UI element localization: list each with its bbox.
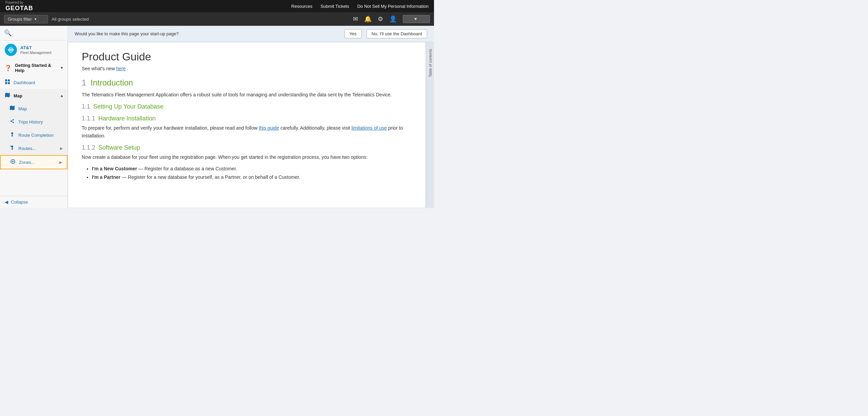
routes-label: Routes... — [18, 146, 57, 151]
filter-bar-right: ✉ 🔔 ⚙ 👤 ▼ — [353, 15, 430, 23]
groups-filter-arrow-icon: ▼ — [34, 17, 37, 21]
doc-section-1-1-1-heading: 1.1.1 Hardware Installation — [82, 115, 412, 122]
sidebar-item-map[interactable]: Map — [0, 102, 67, 115]
list-item: I'm a Partner — Register for a new datab… — [92, 173, 412, 182]
svg-rect-6 — [5, 82, 7, 84]
trips-history-label: Trips History — [18, 119, 63, 125]
svg-rect-4 — [5, 79, 7, 81]
svg-point-3 — [10, 49, 12, 51]
filter-bar: Groups filter ▼ All groups selected ✉ 🔔 … — [0, 12, 434, 26]
groups-filter-button[interactable]: Groups filter ▼ — [4, 15, 48, 23]
sidebar-item-trips-history[interactable]: Trips History — [0, 115, 67, 129]
groups-filter-label: Groups filter — [8, 17, 32, 22]
collapse-label: Collapse — [11, 200, 28, 205]
route-completion-icon — [9, 132, 15, 138]
all-groups-text: All groups selected — [52, 17, 350, 22]
user-dropdown-arrow-icon: ▼ — [414, 17, 418, 21]
envelope-icon[interactable]: ✉ — [353, 15, 358, 23]
svg-rect-7 — [8, 82, 10, 84]
startup-yes-button[interactable]: Yes — [344, 29, 362, 38]
svg-point-17 — [11, 146, 12, 147]
top-bar: Powered by GEOTAB Resources Submit Ticke… — [0, 0, 434, 12]
brand-logo: Powered by GEOTAB — [5, 1, 33, 12]
map-section-label: Map — [14, 93, 22, 98]
svg-point-19 — [12, 161, 14, 162]
svg-marker-9 — [10, 106, 15, 110]
do-not-sell-link[interactable]: Do Not Sell My Personal Information — [357, 4, 429, 9]
startup-no-button[interactable]: No, I'll use the Dashboard — [367, 29, 427, 38]
sidebar-item-dashboard[interactable]: Dashboard — [0, 76, 67, 89]
gear-icon[interactable]: ⚙ — [378, 15, 383, 23]
map-icon — [9, 105, 15, 112]
sidebar-org: AT&T Fleet Management — [0, 40, 67, 60]
sidebar-search[interactable]: 🔍 — [0, 26, 67, 40]
sidebar-item-map-section[interactable]: Map ▴ — [0, 89, 67, 102]
svg-point-10 — [11, 120, 12, 122]
toc-sidebar[interactable]: Table of contents — [426, 42, 434, 208]
doc-section-1-body: The Telematics Fleet Management Applicat… — [82, 91, 412, 98]
main-layout: 🔍 AT&T Fleet Management ❓ Getting Starte… — [0, 26, 434, 208]
doc-area: Product Guide See what's new here . 1 In… — [68, 42, 434, 208]
collapse-arrow-icon: ◀ — [5, 200, 8, 205]
zones-icon — [10, 159, 16, 166]
doc-here-link[interactable]: here — [116, 66, 126, 71]
svg-marker-8 — [5, 93, 10, 97]
org-logo — [5, 44, 17, 56]
toc-label: Table of contents — [428, 49, 432, 77]
doc-section-1-1-2-heading: 1.1.2 Software Setup — [82, 144, 412, 151]
getting-started-chevron-icon: ▾ — [61, 65, 63, 70]
map-section-chevron-up-icon: ▴ — [61, 93, 63, 98]
zones-arrow-icon: ▶ — [59, 160, 62, 165]
doc-subtitle: See what's new here . — [82, 66, 412, 71]
doc-section-1-1-2-body: Now create a database for your fleet usi… — [82, 153, 412, 161]
doc-section-1-1-1-body: To prepare for, perform and verify your … — [82, 124, 412, 139]
map-label: Map — [18, 106, 63, 111]
this-guide-link[interactable]: this guide — [259, 125, 279, 131]
doc-title: Product Guide — [82, 51, 412, 63]
svg-point-15 — [11, 132, 13, 134]
doc-section-1-1-heading: 1.1 Setting Up Your Database — [82, 103, 412, 110]
resources-link[interactable]: Resources — [291, 4, 312, 9]
user-dropdown-label — [407, 17, 412, 21]
sidebar-item-zones[interactable]: Zones... ▶ — [0, 155, 67, 169]
svg-line-13 — [12, 120, 13, 121]
user-dropdown-button[interactable]: ▼ — [403, 15, 430, 23]
sidebar: 🔍 AT&T Fleet Management ❓ Getting Starte… — [0, 26, 68, 208]
submit-tickets-link[interactable]: Submit Tickets — [320, 4, 349, 9]
powered-by-text: Powered by GEOTAB — [5, 1, 33, 12]
search-icon[interactable]: 🔍 — [4, 30, 12, 36]
startup-banner-text: Would you like to make this page your st… — [75, 31, 340, 36]
dashboard-label: Dashboard — [14, 80, 63, 85]
getting-started-label: Getting Started & Help — [15, 63, 57, 73]
svg-point-16 — [11, 146, 13, 148]
org-info: AT&T Fleet Management — [20, 45, 52, 55]
dashboard-icon — [5, 79, 10, 86]
startup-banner: Would you like to make this page your st… — [68, 26, 434, 42]
sidebar-collapse-button[interactable]: ◀ Collapse — [0, 196, 67, 208]
sidebar-item-getting-started[interactable]: ❓ Getting Started & Help ▾ — [0, 60, 67, 76]
svg-rect-5 — [8, 79, 10, 81]
doc-content: Product Guide See what's new here . 1 In… — [68, 42, 426, 208]
map-section-icon — [5, 92, 10, 99]
svg-line-14 — [12, 121, 13, 122]
sidebar-item-route-completion[interactable]: Route Completion — [0, 129, 67, 142]
sidebar-item-routes[interactable]: Routes... ▶ — [0, 142, 67, 155]
bell-icon[interactable]: 🔔 — [364, 15, 372, 23]
list-item: I'm a New Customer — Register for a data… — [92, 165, 412, 173]
trips-history-icon — [9, 118, 15, 125]
doc-section-1-heading: 1 Introduction — [82, 78, 412, 88]
content-area: Would you like to make this page your st… — [68, 26, 434, 208]
doc-list: I'm a New Customer — Register for a data… — [92, 165, 412, 182]
zones-label: Zones... — [19, 160, 56, 165]
limitations-link[interactable]: limitations of use — [352, 125, 387, 131]
user-icon[interactable]: 👤 — [389, 15, 397, 23]
top-bar-links: Resources Submit Tickets Do Not Sell My … — [291, 4, 429, 9]
help-icon: ❓ — [5, 65, 12, 71]
route-completion-label: Route Completion — [18, 133, 63, 138]
routes-arrow-icon: ▶ — [60, 146, 63, 151]
routes-icon — [9, 145, 15, 152]
